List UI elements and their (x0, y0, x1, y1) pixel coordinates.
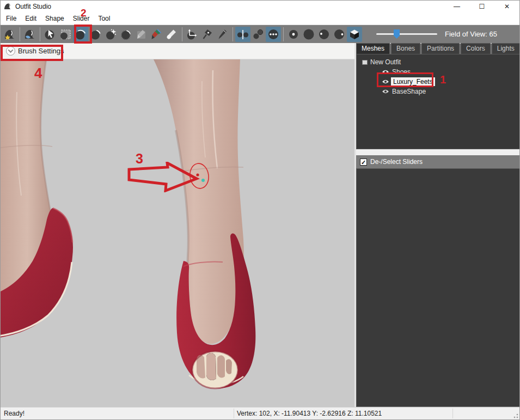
outfit-studio-window: Outfit Studio — ☐ ✕ File Edit Shape Slid… (0, 0, 520, 420)
smooth-brush-button[interactable] (119, 27, 134, 42)
mask-brush-icon (59, 28, 72, 41)
brush-size-left-button[interactable] (316, 27, 332, 42)
deflate-brush-icon (89, 28, 102, 41)
pivot-icon (201, 28, 214, 41)
transform-icon (186, 28, 199, 41)
status-ready: Ready! (4, 410, 25, 417)
menu-bar: File Edit Shape Slider Tool (1, 13, 519, 25)
resize-grip[interactable] (512, 412, 518, 418)
maximize-button[interactable]: ☐ (469, 1, 494, 13)
eye-icon (382, 69, 389, 75)
inflate-brush-button[interactable] (73, 27, 88, 42)
right-panel: Meshes Bones Partitions Colors Lights Ne… (356, 43, 520, 408)
brush-size-right-icon (333, 28, 346, 41)
window-title: Outfit Studio (15, 3, 444, 10)
toolbar-separator (40, 27, 40, 41)
toolbar-separator (20, 27, 20, 41)
toolbar-separator (283, 27, 284, 41)
fov-slider-thumb[interactable] (394, 29, 400, 39)
tree-node-luxury-feets[interactable]: Luxury_Feets (357, 77, 520, 87)
close-button[interactable]: ✕ (494, 1, 519, 13)
alpha-brush-button[interactable] (164, 27, 180, 42)
annotation-teal-dot (201, 179, 205, 182)
inflate-brush-icon (74, 28, 87, 41)
x-mirror-button[interactable] (235, 27, 250, 42)
color-brush-icon (150, 28, 163, 41)
right-leg (153, 59, 244, 344)
connected-only-icon (252, 28, 265, 41)
eye-icon (382, 79, 389, 84)
tab-colors[interactable]: Colors (461, 43, 491, 54)
viewport-3d[interactable]: Brush Settings (1, 43, 356, 408)
x-mirror-icon (236, 28, 249, 41)
tree-node-baseshape[interactable]: BaseShape (357, 87, 520, 96)
tree-node-new-outfit[interactable]: New Outfit (357, 57, 520, 67)
mask-brush-button[interactable] (58, 27, 73, 42)
brush-size-left-icon (317, 28, 331, 41)
pivot-tool-button[interactable] (200, 27, 215, 42)
status-divider (452, 409, 453, 418)
weight-brush-button[interactable] (134, 27, 149, 42)
chevron-down-icon[interactable] (6, 46, 15, 56)
minimize-button[interactable]: — (444, 1, 469, 13)
sliders-header-label: De-/Select Sliders (370, 158, 423, 166)
menu-tool[interactable]: Tool (94, 13, 114, 24)
move-brush-button[interactable] (103, 27, 119, 42)
panel-tabs: Meshes Bones Partitions Colors Lights (356, 44, 520, 54)
new-project-icon (3, 28, 16, 41)
toolbar-separator (233, 27, 233, 41)
alpha-brush-icon (166, 28, 179, 41)
move-brush-icon (105, 28, 118, 41)
global-brush-button[interactable] (266, 27, 281, 42)
sliders-panel (356, 168, 520, 407)
menu-shape[interactable]: Shape (41, 13, 69, 24)
menu-slider[interactable]: Slider (69, 13, 94, 24)
smooth-brush-icon (120, 28, 133, 41)
fov-slider[interactable] (376, 33, 437, 35)
brush-settings-label: Brush Settings (18, 47, 64, 55)
tab-partitions[interactable]: Partitions (421, 43, 460, 54)
title-bar: Outfit Studio — ☐ ✕ (1, 1, 519, 13)
menu-file[interactable]: File (2, 13, 21, 24)
collapse-icon[interactable] (362, 60, 368, 65)
color-brush-button[interactable] (149, 27, 164, 42)
brush-settings-header[interactable]: Brush Settings (1, 43, 356, 59)
new-project-button[interactable] (2, 27, 17, 42)
weight-brush-icon (135, 28, 148, 41)
perspective-cube-icon (348, 28, 361, 41)
toolbar-separator (182, 27, 182, 41)
app-icon (3, 2, 12, 11)
tab-meshes[interactable]: Meshes (356, 43, 390, 54)
render-legs-and-shoes (1, 59, 356, 408)
vertex-edit-icon (216, 28, 229, 41)
brush-size-large-button[interactable] (301, 27, 316, 42)
select-icon (44, 28, 57, 41)
toolbar: Field of View: 65 (1, 25, 519, 43)
status-divider (234, 409, 234, 418)
load-project-button[interactable] (22, 27, 38, 42)
sliders-header: ✓ De-/Select Sliders (356, 155, 520, 168)
status-bar: Ready! Vertex: 102, X: -11.90413 Y: -2.6… (1, 407, 519, 419)
select-sliders-checkbox[interactable]: ✓ (360, 159, 367, 166)
brush-size-center-icon (287, 28, 300, 41)
meshes-tree: New Outfit Shoes Luxury_Feets BaseShape (356, 54, 520, 149)
transform-tool-button[interactable] (185, 27, 200, 42)
annotation-red-dot (196, 173, 199, 176)
tab-bones[interactable]: Bones (391, 43, 420, 54)
connected-only-button[interactable] (250, 27, 266, 42)
tree-node-shoes[interactable]: Shoes (357, 67, 520, 77)
deflate-brush-button[interactable] (88, 27, 103, 42)
brush-size-large-icon (302, 28, 315, 41)
vertex-edit-button[interactable] (215, 27, 230, 42)
brush-size-right-button[interactable] (332, 27, 347, 42)
select-tool-button[interactable] (42, 27, 58, 42)
menu-edit[interactable]: Edit (21, 13, 41, 24)
status-vertex-info: Vertex: 102, X: -11.90413 Y: -2.62916 Z:… (237, 410, 382, 417)
load-project-icon (23, 28, 36, 41)
fov-label: Field of View: 65 (445, 30, 497, 38)
eye-icon (382, 89, 389, 94)
tab-lights[interactable]: Lights (492, 43, 520, 54)
perspective-cube-button[interactable] (347, 27, 362, 42)
brush-size-center-button[interactable] (286, 27, 301, 42)
global-brush-icon (267, 28, 280, 41)
